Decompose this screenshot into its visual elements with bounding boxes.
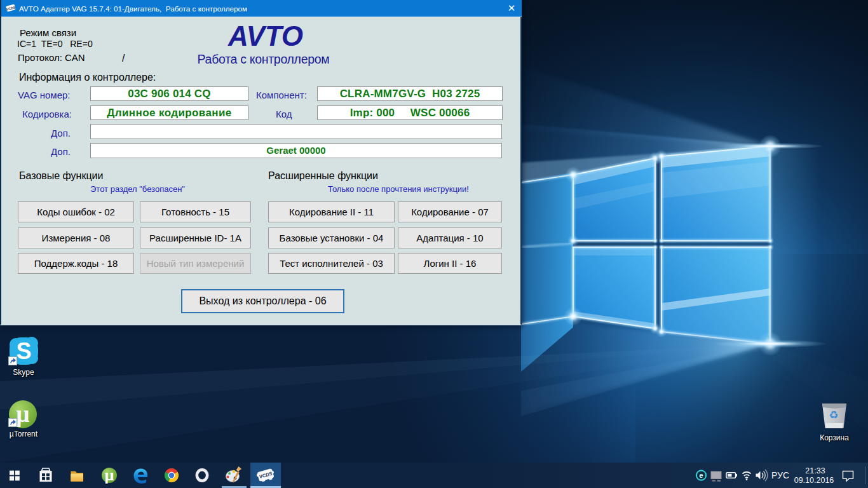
svg-text:РУС: РУС	[771, 470, 789, 480]
svg-text:09.10.2016: 09.10.2016	[794, 476, 834, 485]
svg-text:S: S	[16, 338, 31, 364]
svg-text:e: e	[699, 471, 703, 479]
svg-text:µ: µ	[105, 466, 114, 484]
svg-text:µ: µ	[16, 401, 29, 427]
svg-text:21:33: 21:33	[805, 466, 825, 475]
svg-text:♻: ♻	[829, 409, 838, 421]
